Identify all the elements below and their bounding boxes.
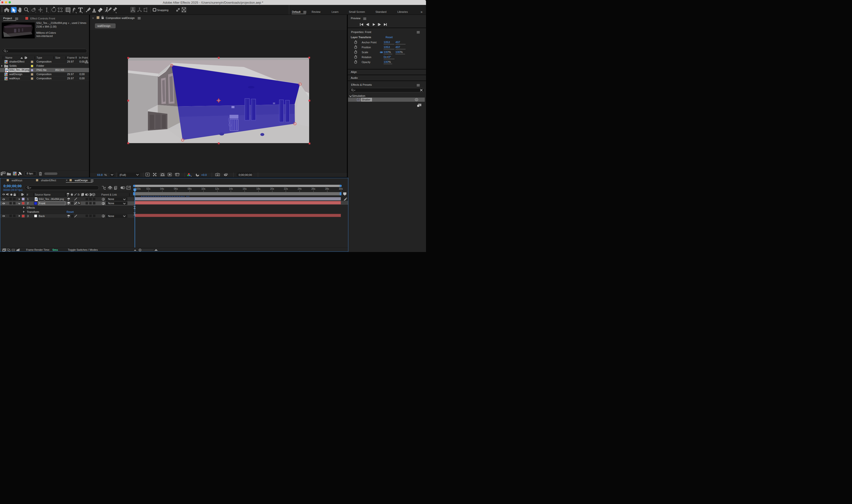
svg-text:fx: fx [78, 193, 80, 196]
svg-text:8: 8 [358, 98, 359, 101]
